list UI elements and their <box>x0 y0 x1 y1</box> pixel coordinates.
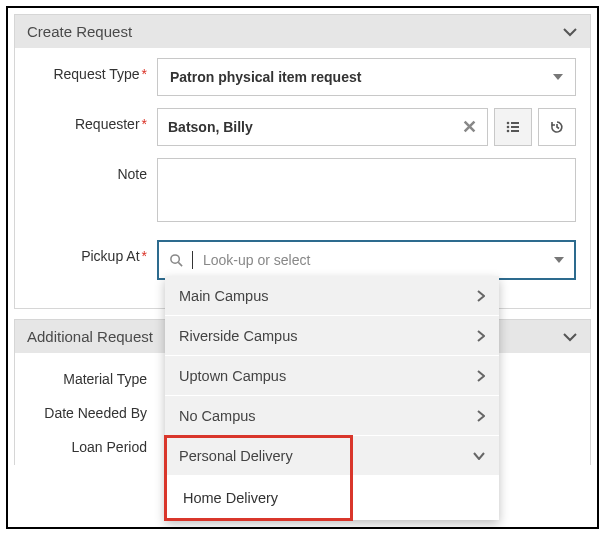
pickup-lookup[interactable]: Look-up or select <box>157 240 576 280</box>
requester-input[interactable]: Batson, Billy ✕ <box>157 108 488 146</box>
requester-label: Requester* <box>29 108 157 132</box>
chevron-right-icon <box>477 290 485 302</box>
svg-rect-1 <box>511 122 519 124</box>
history-icon <box>549 119 565 135</box>
pickup-label: Pickup At* <box>29 240 157 264</box>
chevron-right-icon <box>477 330 485 342</box>
chevron-right-icon <box>477 370 485 382</box>
svg-point-6 <box>171 254 179 262</box>
dropdown-item-riverside-campus[interactable]: Riverside Campus <box>165 316 499 356</box>
search-icon <box>169 253 184 268</box>
pickup-dropdown: Main Campus Riverside Campus Uptown Camp… <box>165 276 499 520</box>
pickup-placeholder: Look-up or select <box>203 252 310 268</box>
chevron-right-icon <box>477 410 485 422</box>
panel-title: Additional Request <box>27 328 153 345</box>
svg-point-4 <box>507 130 510 133</box>
loan-period-label: Loan Period <box>29 431 157 455</box>
request-type-value: Patron physical item request <box>170 69 361 85</box>
chevron-down-icon <box>562 24 578 40</box>
note-textarea[interactable] <box>157 158 576 222</box>
dropdown-item-main-campus[interactable]: Main Campus <box>165 276 499 316</box>
chevron-down-icon <box>562 329 578 345</box>
clear-icon[interactable]: ✕ <box>462 116 477 138</box>
caret-down-icon <box>553 74 563 80</box>
request-type-select[interactable]: Patron physical item request <box>157 58 576 96</box>
date-needed-label: Date Needed By <box>29 397 157 421</box>
svg-rect-3 <box>511 126 519 128</box>
panel-header-create[interactable]: Create Request <box>15 15 590 48</box>
caret-down-icon <box>554 257 564 263</box>
list-button[interactable] <box>494 108 532 146</box>
svg-rect-5 <box>511 130 519 132</box>
dropdown-item-uptown-campus[interactable]: Uptown Campus <box>165 356 499 396</box>
chevron-down-icon <box>473 452 485 460</box>
history-button[interactable] <box>538 108 576 146</box>
dropdown-item-personal-delivery[interactable]: Personal Delivery <box>165 436 499 476</box>
material-type-label: Material Type <box>29 363 157 387</box>
requester-value: Batson, Billy <box>168 119 253 135</box>
panel-title: Create Request <box>27 23 132 40</box>
dropdown-sub-home-delivery[interactable]: Home Delivery <box>165 476 499 520</box>
list-icon <box>505 119 521 135</box>
create-request-panel: Create Request Request Type* Patron phys… <box>14 14 591 309</box>
svg-point-2 <box>507 126 510 129</box>
dropdown-item-no-campus[interactable]: No Campus <box>165 396 499 436</box>
svg-line-7 <box>178 262 182 266</box>
note-label: Note <box>29 158 157 182</box>
request-type-label: Request Type* <box>29 58 157 82</box>
svg-point-0 <box>507 122 510 125</box>
